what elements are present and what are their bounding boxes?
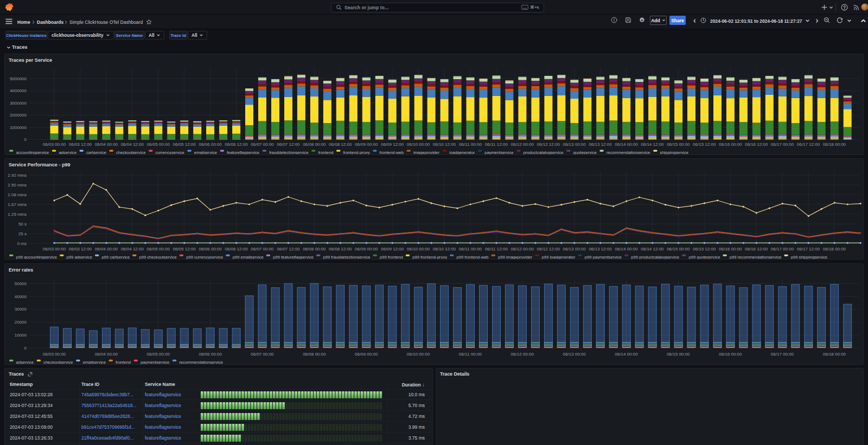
svg-text:06/04 00:00: 06/04 00:00 — [95, 142, 118, 147]
svg-text:06/04 00:00: 06/04 00:00 — [95, 247, 118, 251]
svg-text:06/11 00:00: 06/11 00:00 — [459, 352, 482, 357]
svg-text:1.25 mins: 1.25 mins — [8, 212, 27, 217]
svg-text:06/05 00:00: 06/05 00:00 — [147, 352, 170, 357]
svg-text:0: 0 — [24, 346, 27, 351]
svg-text:06/13 12:00: 06/13 12:00 — [589, 247, 612, 251]
svg-text:06/07 12:00: 06/07 12:00 — [277, 142, 300, 147]
svg-text:06/15 12:00: 06/15 12:00 — [693, 142, 716, 147]
svg-text:quoteservice: quoteservice — [573, 150, 597, 154]
svg-text:checkoutservice: checkoutservice — [116, 150, 146, 154]
svg-text:50000: 50000 — [15, 281, 27, 286]
svg-text:06/16 00:00: 06/16 00:00 — [719, 142, 742, 147]
svg-text:06/18 00:00: 06/18 00:00 — [823, 352, 846, 357]
svg-text:06/16 12:00: 06/16 12:00 — [745, 142, 768, 147]
svg-text:p99 shippingservice: p99 shippingservice — [791, 255, 827, 259]
svg-text:06/12 12:00: 06/12 12:00 — [537, 142, 560, 147]
svg-text:Traces per Service: Traces per Service — [9, 57, 52, 63]
svg-text:p99 quoteservice: p99 quoteservice — [689, 255, 720, 259]
svg-text:checkoutservice: checkoutservice — [43, 360, 73, 364]
svg-text:frontend: frontend — [116, 360, 131, 364]
svg-text:06/11 00:00: 06/11 00:00 — [459, 247, 482, 251]
svg-text:recommendationservice: recommendationservice — [607, 150, 650, 154]
svg-text:06/05 00:00: 06/05 00:00 — [147, 142, 170, 147]
svg-text:06/15 00:00: 06/15 00:00 — [667, 142, 690, 147]
svg-text:40000: 40000 — [15, 294, 27, 299]
svg-text:06/14 12:00: 06/14 12:00 — [641, 142, 664, 147]
svg-text:Error rates: Error rates — [9, 267, 33, 273]
svg-text:06/05 12:00: 06/05 12:00 — [173, 142, 196, 147]
svg-text:emailservice: emailservice — [194, 150, 217, 154]
svg-text:06/09 00:00: 06/09 00:00 — [355, 142, 378, 147]
svg-text:adservice: adservice — [59, 150, 76, 154]
svg-text:30000: 30000 — [15, 307, 27, 312]
svg-text:frontend-web: frontend-web — [380, 150, 404, 154]
svg-text:1.67 mins: 1.67 mins — [8, 202, 27, 207]
svg-text:06/04 12:00: 06/04 12:00 — [121, 142, 144, 147]
svg-text:50 s: 50 s — [18, 222, 27, 227]
svg-text:06/10 00:00: 06/10 00:00 — [407, 352, 430, 357]
svg-text:06/14 00:00: 06/14 00:00 — [615, 352, 638, 357]
svg-text:4000000: 4000000 — [10, 88, 27, 93]
svg-text:emailservice: emailservice — [83, 360, 106, 364]
svg-text:06/09 00:00: 06/09 00:00 — [355, 247, 378, 251]
svg-text:paymentservice: paymentservice — [141, 360, 169, 364]
svg-text:06/12 00:00: 06/12 00:00 — [511, 142, 534, 147]
svg-text:06/08 12:00: 06/08 12:00 — [329, 247, 352, 251]
svg-text:p99 frontend-proxy: p99 frontend-proxy — [412, 255, 447, 259]
svg-text:06/15 12:00: 06/15 12:00 — [693, 247, 716, 251]
svg-text:featureflagservice: featureflagservice — [227, 150, 259, 154]
svg-text:20000: 20000 — [15, 320, 27, 325]
svg-text:06/07 00:00: 06/07 00:00 — [251, 352, 274, 357]
svg-text:06/17 00:00: 06/17 00:00 — [771, 247, 794, 251]
svg-text:06/15 00:00: 06/15 00:00 — [667, 352, 690, 357]
svg-text:06/18 00:00: 06/18 00:00 — [823, 247, 846, 251]
svg-text:06/10 00:00: 06/10 00:00 — [407, 247, 430, 251]
svg-text:06/03 12:00: 06/03 12:00 — [69, 247, 92, 251]
svg-text:06/03 00:00: 06/03 00:00 — [43, 247, 66, 251]
svg-text:p99 currencyservice: p99 currencyservice — [186, 255, 223, 259]
svg-text:p99 frontend: p99 frontend — [380, 255, 403, 259]
svg-text:p99 adservice: p99 adservice — [67, 255, 92, 259]
svg-text:06/03 00:00: 06/03 00:00 — [43, 142, 66, 147]
svg-text:06/11 12:00: 06/11 12:00 — [485, 142, 508, 147]
svg-text:06/08 12:00: 06/08 12:00 — [329, 142, 352, 147]
svg-text:10000: 10000 — [15, 333, 27, 338]
svg-text:p99 recommendationservice: p99 recommendationservice — [730, 255, 782, 259]
svg-text:06/14 00:00: 06/14 00:00 — [615, 247, 638, 251]
svg-text:06/17 12:00: 06/17 12:00 — [797, 247, 820, 251]
svg-text:0: 0 — [24, 137, 27, 142]
svg-text:06/04 00:00: 06/04 00:00 — [95, 352, 118, 357]
svg-text:5000000: 5000000 — [10, 76, 27, 81]
svg-text:p99 cartservice: p99 cartservice — [101, 255, 130, 259]
svg-text:loadgenerator: loadgenerator — [449, 150, 475, 154]
svg-text:06/05 12:00: 06/05 12:00 — [173, 247, 196, 251]
svg-text:06/12 00:00: 06/12 00:00 — [511, 352, 534, 357]
svg-text:06/09 00:00: 06/09 00:00 — [355, 352, 378, 357]
svg-text:06/05 00:00: 06/05 00:00 — [147, 247, 170, 251]
svg-text:Service Performance - p99: Service Performance - p99 — [9, 162, 71, 167]
svg-text:p99 frauddetectionservice: p99 frauddetectionservice — [323, 255, 371, 259]
svg-text:p99 paymentservice: p99 paymentservice — [585, 255, 622, 259]
svg-text:06/06 00:00: 06/06 00:00 — [199, 352, 222, 357]
svg-text:productcatalogservice: productcatalogservice — [524, 150, 564, 154]
svg-text:adservice: adservice — [16, 360, 34, 364]
svg-text:p99 emailservice: p99 emailservice — [233, 255, 264, 259]
svg-text:06/04 12:00: 06/04 12:00 — [121, 247, 144, 251]
svg-text:06/13 00:00: 06/13 00:00 — [563, 142, 586, 147]
svg-text:06/13 00:00: 06/13 00:00 — [563, 247, 586, 251]
svg-text:p99 productcatalogservice: p99 productcatalogservice — [631, 255, 679, 259]
svg-text:accountingservice: accountingservice — [16, 150, 49, 154]
svg-text:06/10 12:00: 06/10 12:00 — [433, 247, 456, 251]
svg-text:p99 frontend-web: p99 frontend-web — [457, 255, 489, 259]
svg-text:06/07 12:00: 06/07 12:00 — [277, 247, 300, 251]
svg-text:frontend: frontend — [318, 150, 334, 154]
svg-text:imageprovider: imageprovider — [413, 150, 440, 154]
svg-text:06/14 12:00: 06/14 12:00 — [641, 247, 664, 251]
svg-text:06/17 00:00: 06/17 00:00 — [771, 352, 794, 357]
svg-text:p99 loadgenerator: p99 loadgenerator — [542, 255, 576, 259]
svg-text:06/03 00:00: 06/03 00:00 — [43, 352, 66, 357]
svg-text:2.08 mins: 2.08 mins — [8, 192, 27, 197]
svg-text:06/06 12:00: 06/06 12:00 — [225, 142, 248, 147]
svg-text:06/07 00:00: 06/07 00:00 — [251, 247, 274, 251]
svg-text:06/17 00:00: 06/17 00:00 — [771, 142, 794, 147]
